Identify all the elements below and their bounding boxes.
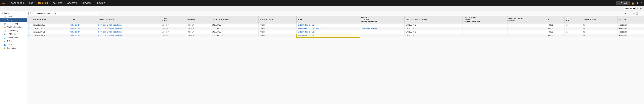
threat-id-cell[interactable]: FTP: login Brute Force attempt bbox=[97, 34, 160, 37]
rule-cell-link[interactable]: GlobalProtect to Trust bbox=[298, 24, 314, 26]
dest-addr-cell: 192.168.10.8 bbox=[404, 27, 463, 30]
threat-id-cell[interactable]: FTP: login Brute Force attempt bbox=[97, 30, 160, 34]
type-cell[interactable]: vulnerability bbox=[69, 30, 97, 34]
col-header-source-address[interactable]: SOURCE ADDRESS bbox=[211, 16, 258, 23]
type-cell-link[interactable]: vulnerability bbox=[70, 27, 80, 29]
row-detail-icon[interactable]: 📄 bbox=[28, 24, 30, 26]
lock-icon-button[interactable]: 🔒 bbox=[630, 1, 635, 5]
col-header-source-user[interactable]: SOURCE USER bbox=[258, 16, 296, 23]
nav-device[interactable]: DEVICE bbox=[95, 0, 108, 6]
receive-time-cell: 12/16 23:06:31 bbox=[32, 30, 69, 34]
src-dyn-addr-cell-link[interactable]: Brute Force Sources bbox=[361, 27, 377, 29]
source-address-cell: 192.168.50.6 bbox=[211, 34, 258, 37]
sidebar-item-user-id[interactable]: 👤 User-ID bbox=[0, 43, 27, 46]
nav-monitor[interactable]: MONITOR bbox=[36, 0, 50, 6]
col-header-from-zone[interactable]: FROMZONE bbox=[161, 16, 186, 23]
type-cell-link[interactable]: vulnerability bbox=[70, 31, 80, 33]
row-detail-icon[interactable]: 📄 bbox=[28, 31, 30, 33]
rule-cell[interactable]: GlobalProtect to Trust-Cool Off bbox=[296, 27, 360, 30]
refresh-button[interactable]: ↻ bbox=[636, 7, 639, 10]
search-input[interactable] bbox=[33, 12, 97, 15]
rule-cell-link[interactable]: GlobalProtect to Trust bbox=[298, 31, 314, 33]
col-header-src-dyn-addr[interactable]: SOURCEDYNAMICADDRESS GROUP bbox=[360, 16, 404, 23]
nav-dashboard[interactable]: DASHBOARD bbox=[8, 0, 26, 6]
col-header-dest-addr[interactable]: DESTINATION ADDRESS bbox=[404, 16, 463, 23]
help-icon-button[interactable]: ? bbox=[640, 1, 642, 5]
sidebar-item-ip-tag[interactable]: 🏷 IP-Tag bbox=[0, 39, 27, 43]
type-cell-link[interactable]: vulnerability bbox=[70, 34, 80, 36]
table-row[interactable]: 📄12/16 23:07:54vulnerabilityFTP: login B… bbox=[27, 27, 644, 30]
col-header-application[interactable]: APPLICATION bbox=[582, 16, 618, 23]
type-cell[interactable]: vulnerability bbox=[69, 23, 97, 27]
source-address-cell: 192.168.50.6 bbox=[211, 27, 258, 30]
rule-cell[interactable]: GlobalProtect to Trust bbox=[296, 34, 360, 37]
type-cell[interactable]: vulnerability bbox=[69, 34, 97, 37]
table-row[interactable]: 📄12/16 22:33:51vulnerabilityFTP: login B… bbox=[27, 34, 644, 37]
sidebar-item-hip-match[interactable]: 💻 HIP Match bbox=[0, 32, 27, 36]
commit-button[interactable]: ⬆ Commit bbox=[616, 1, 630, 5]
sidebar-item-wildfire[interactable]: 🔥 WildFire Submissions bbox=[0, 25, 27, 29]
search-bar: 🔍 ➡ ✕ ↻ 📋 ⬇ bbox=[27, 11, 644, 16]
sidebar-parent-label: Logs bbox=[4, 12, 8, 14]
table-row[interactable]: 📄12/16 23:06:31vulnerabilityFTP: login B… bbox=[27, 30, 644, 34]
sidebar-parent-logs[interactable]: ▼ Logs bbox=[0, 11, 27, 15]
nav-network[interactable]: NETWORK bbox=[79, 0, 95, 6]
threat-id-cell-link[interactable]: FTP: login Brute Force attempt bbox=[98, 34, 122, 36]
sidebar-item-decryption[interactable]: 🔓 Decryption bbox=[0, 46, 27, 50]
manual-select[interactable]: Manual bbox=[624, 7, 636, 10]
col-header-dyn-user-group[interactable]: DYNAMIC USERGROUP bbox=[507, 16, 547, 23]
table-row[interactable]: 📄12/16 23:12:56vulnerabilityFTP: login B… bbox=[27, 23, 644, 27]
sidebar-item-gp-label: GlobalProtect bbox=[6, 36, 18, 39]
col-header-threat-id[interactable]: THREAT ID/NAME bbox=[97, 16, 160, 23]
threat-id-cell[interactable]: FTP: login Brute Force attempt bbox=[97, 23, 160, 27]
sidebar-item-threat[interactable]: 🛡 Threat bbox=[0, 18, 27, 22]
sidebar-item-url-filtering[interactable]: 🔗 URL Filtering bbox=[0, 22, 27, 25]
col-header-action[interactable]: ACTION bbox=[618, 16, 644, 23]
brand-logo-area: PA-220 bbox=[2, 1, 6, 5]
rule-cell[interactable]: GlobalProtect to Trust bbox=[296, 30, 360, 34]
settings-icon-button[interactable]: ⚙ bbox=[640, 7, 642, 10]
row-detail-icon[interactable]: 📄 bbox=[28, 34, 30, 36]
type-cell-link[interactable]: vulnerability bbox=[70, 24, 80, 26]
nav-acc[interactable]: ACC bbox=[26, 0, 36, 6]
table-body: 📄12/16 23:12:56vulnerabilityFTP: login B… bbox=[27, 23, 644, 37]
col-header-receive-time[interactable]: RECEIVE TIME bbox=[32, 16, 69, 23]
sidebar-item-hip-label: HIP Match bbox=[6, 33, 16, 35]
action-cell: reset-client bbox=[618, 34, 644, 37]
search-close-button[interactable]: ✕ bbox=[628, 12, 631, 15]
application-cell: ftp bbox=[582, 27, 618, 30]
threat-id-cell-link[interactable]: FTP: login Brute Force attempt bbox=[98, 27, 122, 29]
sidebar-item-traffic[interactable]: 📄 Traffic bbox=[0, 15, 27, 18]
col-header-dest-dyn-addr[interactable]: DESTINATIONDYNAMICADDRESS GROUP bbox=[463, 16, 507, 23]
action-cell: reset-client bbox=[618, 23, 644, 27]
search-copy-button[interactable]: 📋 bbox=[635, 12, 639, 15]
col-header-id[interactable]: ID bbox=[547, 16, 564, 23]
nav-policies[interactable]: POLICIES bbox=[50, 0, 65, 6]
nav-objects[interactable]: OBJECTS bbox=[65, 0, 79, 6]
search-forward-button[interactable]: ➡ bbox=[624, 12, 627, 15]
rule-cell[interactable]: GlobalProtect to Trust bbox=[296, 23, 360, 27]
col-header-rule[interactable]: RULE bbox=[296, 16, 360, 23]
col-header-to-zone[interactable]: TO ZONE bbox=[186, 16, 211, 23]
rule-cell-link[interactable]: GlobalProtect to Trust bbox=[298, 35, 314, 36]
search-refresh-button[interactable]: ↻ bbox=[631, 12, 634, 15]
sidebar-item-data-filtering[interactable]: 📊 Data Filtering bbox=[0, 29, 27, 32]
row-detail-icon[interactable]: 📄 bbox=[28, 27, 30, 30]
type-cell[interactable]: vulnerability bbox=[69, 27, 97, 30]
search-export-button[interactable]: ⬇ bbox=[639, 12, 642, 15]
col-header-to-port[interactable]: TOPORT bbox=[564, 16, 582, 23]
col-header-type[interactable]: TYPE bbox=[69, 16, 97, 23]
sidebar-item-url-label: URL Filtering bbox=[6, 23, 18, 25]
src-dyn-addr-cell bbox=[360, 30, 404, 34]
src-dyn-addr-cell[interactable]: Brute Force Sources bbox=[360, 27, 404, 30]
search-input-wrapper[interactable]: 🔍 bbox=[28, 12, 98, 15]
threat-id-cell-link[interactable]: FTP: login Brute Force attempt bbox=[98, 24, 122, 26]
to-zone-cell: Trust-L3 bbox=[186, 34, 211, 37]
src-dyn-addr-cell bbox=[360, 34, 404, 37]
download-icon-button[interactable]: ⬇ bbox=[636, 1, 639, 5]
threat-id-cell[interactable]: FTP: login Brute Force attempt bbox=[97, 27, 160, 30]
source-address-cell: 192.168.50.6 bbox=[211, 30, 258, 34]
sidebar-item-globalprotect[interactable]: 🌐 GlobalProtect bbox=[0, 36, 27, 39]
rule-cell-link[interactable]: GlobalProtect to Trust-Cool Off bbox=[298, 27, 322, 29]
threat-id-cell-link[interactable]: FTP: login Brute Force attempt bbox=[98, 31, 122, 33]
